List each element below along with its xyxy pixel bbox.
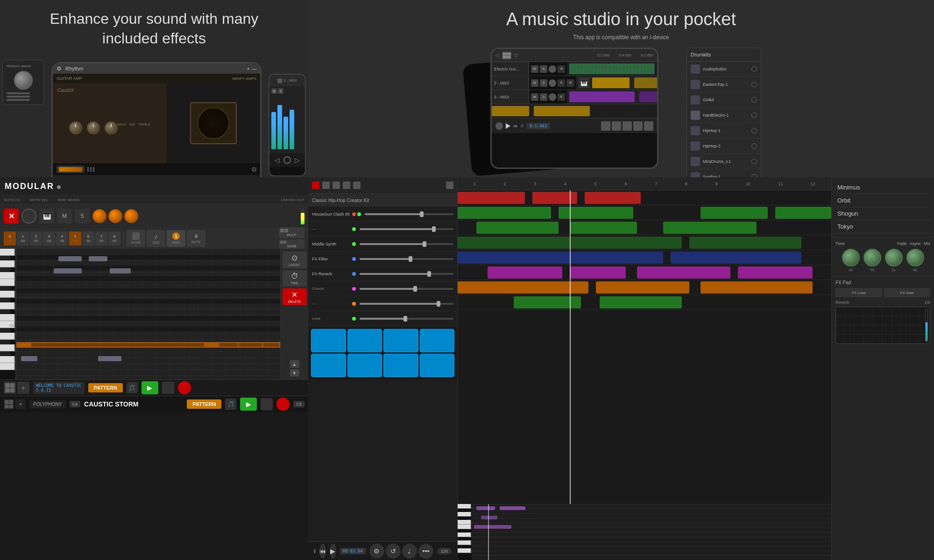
play-button-2[interactable]: ▶ xyxy=(240,398,257,411)
mute-btn-2[interactable]: M xyxy=(531,79,538,87)
grid-view-btn[interactable] xyxy=(4,382,16,394)
solo-btn-1[interactable]: S xyxy=(540,65,547,73)
pattern-button-1[interactable]: PATTERN xyxy=(88,383,123,392)
vol-slider-6[interactable] xyxy=(360,288,453,290)
home-circle[interactable] xyxy=(283,156,291,164)
zoom-tool[interactable] xyxy=(353,182,361,189)
grid-btn[interactable]: ♪ SIZE xyxy=(147,230,165,247)
attack-knob[interactable] xyxy=(14,71,33,90)
pad-6[interactable] xyxy=(347,354,382,377)
seq-num-8b[interactable]: 8C0 xyxy=(108,231,120,245)
drumkit-item-7[interactable]: Synthai-1 xyxy=(687,169,761,177)
seq-num-1[interactable]: 1C0 xyxy=(17,231,29,245)
vol-slider-5[interactable] xyxy=(360,273,453,275)
daw-settings[interactable]: ⚙ xyxy=(369,544,384,559)
orange-knob-3[interactable] xyxy=(124,209,138,223)
knob-fade[interactable] xyxy=(863,249,881,266)
seq-num-6[interactable]: 6C0 xyxy=(82,231,94,245)
fx-pad-area[interactable] xyxy=(835,307,930,344)
daw-play[interactable]: ▶ xyxy=(330,544,336,559)
orange-knob-1[interactable] xyxy=(92,209,106,223)
vol-slider-3[interactable] xyxy=(360,243,453,245)
knob-time[interactable] xyxy=(842,249,860,266)
pencil-btn[interactable] xyxy=(612,121,621,131)
synth-shogun[interactable]: Shogun xyxy=(835,207,930,220)
fx-load-btn[interactable]: FX Load xyxy=(835,288,882,297)
fwd-arrow[interactable]: ▷ xyxy=(295,156,300,164)
mute-btn-1[interactable]: M xyxy=(531,65,538,73)
multi-tool[interactable]: MULTI xyxy=(279,227,304,238)
orange-knob-2[interactable] xyxy=(108,209,122,223)
knob-mix[interactable] xyxy=(906,249,924,266)
piano-button[interactable]: 🎹 xyxy=(39,209,54,224)
solo-btn-2[interactable]: S xyxy=(540,79,547,87)
seq-num-8[interactable]: 8C xyxy=(4,231,16,245)
transport-play[interactable] xyxy=(506,123,510,129)
record-btn-1[interactable] xyxy=(178,381,191,394)
metronome-btn-2[interactable]: 🎵 xyxy=(225,399,236,410)
drumkit-item-0[interactable]: AudiophobiA xyxy=(687,62,761,77)
synth-tokyo[interactable]: Tokyo xyxy=(835,220,930,233)
mute-btn-3[interactable]: M xyxy=(531,93,538,101)
synth-orbit[interactable]: Orbit xyxy=(835,194,930,207)
note-btn[interactable]: 1 GRID xyxy=(167,230,185,247)
seq-num-5[interactable]: 5C0 xyxy=(69,231,81,245)
synth-minimus[interactable]: Minimus xyxy=(835,181,930,194)
pad-3[interactable] xyxy=(383,329,418,352)
vol-slider-2[interactable] xyxy=(360,228,453,230)
record-btn-2[interactable] xyxy=(276,398,290,411)
play-button-1[interactable]: ▶ xyxy=(142,381,158,394)
transport-loop[interactable]: ↺ xyxy=(520,124,524,128)
list-icon-2[interactable]: ≡ xyxy=(15,399,26,409)
drumkit-item-3[interactable]: HardElectro-1 xyxy=(687,108,761,123)
track-close-1[interactable]: ✕ xyxy=(558,65,565,73)
undo-btn[interactable] xyxy=(623,121,632,131)
drumkit-item-6[interactable]: MiraDrums_v.1 xyxy=(687,154,761,169)
back-arrow[interactable]: ◁ xyxy=(275,156,280,164)
lasso-tool[interactable]: ⊙ LASSO xyxy=(283,252,307,268)
seq-num-4[interactable]: 4C0 xyxy=(56,231,68,245)
pad-7[interactable] xyxy=(383,354,418,377)
scissors-btn[interactable] xyxy=(601,121,610,131)
menu-btn[interactable] xyxy=(644,121,653,131)
knob-async[interactable] xyxy=(885,249,903,266)
pad-4[interactable] xyxy=(420,329,455,352)
daw-loop[interactable]: ↺ xyxy=(386,544,401,559)
size-btn[interactable]: MODE xyxy=(127,230,145,247)
delete-tool[interactable]: ✕ DELETE xyxy=(283,288,307,305)
pad-8[interactable] xyxy=(420,354,455,377)
daw-metronome[interactable]: ♩ xyxy=(402,544,417,559)
vol-slider-8[interactable] xyxy=(360,318,453,320)
vol-slider-1[interactable] xyxy=(365,213,453,215)
vol-slider-4[interactable] xyxy=(360,258,453,260)
stop-btn-2[interactable] xyxy=(261,398,273,410)
vol-slider-7[interactable] xyxy=(360,303,453,305)
drumkit-item-5[interactable]: HipHop-2 xyxy=(687,139,761,154)
round-selector[interactable] xyxy=(21,209,36,224)
seq-num-3[interactable]: 3C0 xyxy=(43,231,55,245)
mid-knob[interactable] xyxy=(87,121,100,134)
track-expand-3[interactable]: ≡ xyxy=(558,93,565,101)
red-x-button[interactable]: ✕ xyxy=(4,209,19,224)
daw-rewind[interactable]: ⏮ xyxy=(319,544,326,559)
time-tool[interactable]: ⏱ TIME xyxy=(283,270,307,287)
seq-num-2[interactable]: 2C0 xyxy=(30,231,42,245)
track-expand-2[interactable]: ≡ xyxy=(558,79,565,87)
scroll-down[interactable]: ▼ xyxy=(290,369,299,377)
solo-btn-3[interactable]: S xyxy=(540,93,547,101)
list-view-btn[interactable]: ≡ xyxy=(17,382,29,394)
track-close-2[interactable]: ✕ xyxy=(566,79,574,87)
pencil-tool[interactable] xyxy=(322,182,330,189)
fx-gate-btn[interactable]: FX Gate xyxy=(884,288,931,297)
share-btn[interactable] xyxy=(633,121,643,131)
pad-1[interactable] xyxy=(311,329,346,352)
letter-m-btn[interactable]: M xyxy=(57,209,72,224)
pad-5[interactable] xyxy=(311,354,346,377)
settings-tool[interactable] xyxy=(446,182,453,189)
none-tool[interactable]: NONE xyxy=(279,239,304,249)
daw-more[interactable]: ••• xyxy=(418,544,433,559)
number-5-btn[interactable]: 5 xyxy=(75,209,90,224)
transport-record[interactable] xyxy=(495,122,503,130)
grid-icon-2[interactable] xyxy=(4,399,14,409)
scroll-up[interactable]: ▲ xyxy=(290,360,299,368)
